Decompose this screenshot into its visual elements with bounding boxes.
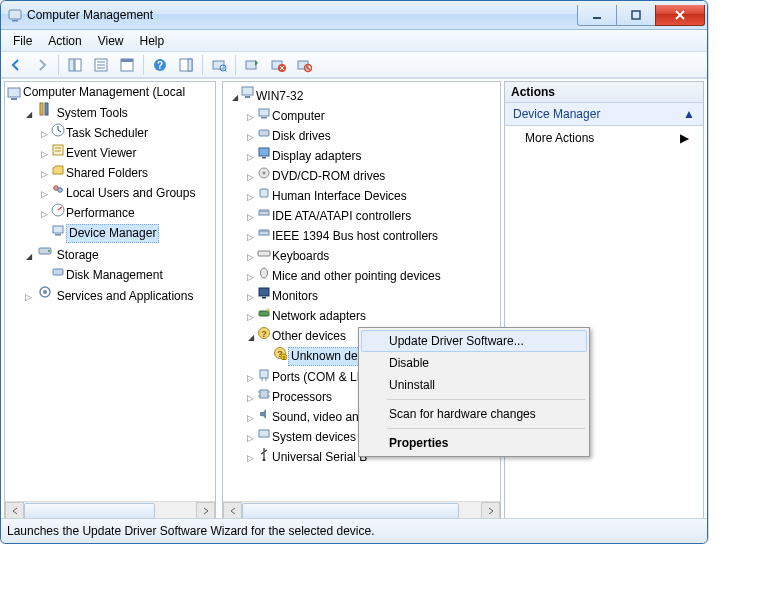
expander-icon[interactable] bbox=[245, 252, 256, 263]
scroll-right-button[interactable] bbox=[481, 502, 500, 519]
tree-item[interactable]: Task Scheduler bbox=[66, 125, 151, 142]
context-menu-item[interactable]: Scan for hardware changes bbox=[361, 403, 587, 425]
expander-icon[interactable] bbox=[245, 433, 256, 444]
expander-icon[interactable] bbox=[23, 292, 34, 303]
menu-file[interactable]: File bbox=[5, 32, 40, 50]
expander-icon[interactable] bbox=[39, 149, 50, 160]
collapse-icon[interactable]: ▲ bbox=[683, 107, 695, 121]
actions-group[interactable]: Device Manager ▲ bbox=[505, 103, 703, 126]
expander-icon[interactable] bbox=[245, 373, 256, 384]
menu-action[interactable]: Action bbox=[40, 32, 89, 50]
submenu-arrow-icon: ▶ bbox=[680, 131, 689, 145]
uninstall-button[interactable] bbox=[266, 53, 290, 77]
svg-rect-57 bbox=[260, 189, 268, 197]
svg-text:?: ? bbox=[261, 329, 267, 339]
back-button[interactable] bbox=[4, 53, 28, 77]
menu-view[interactable]: View bbox=[90, 32, 132, 50]
device-item[interactable]: Processors bbox=[272, 389, 335, 406]
context-menu-item[interactable]: Disable bbox=[361, 352, 587, 374]
show-hide-action-pane-button[interactable] bbox=[174, 53, 198, 77]
scroll-left-button[interactable] bbox=[223, 502, 242, 519]
expander-icon[interactable] bbox=[245, 232, 256, 243]
device-item[interactable]: Universal Serial B bbox=[272, 449, 370, 466]
expander-icon[interactable] bbox=[245, 272, 256, 283]
actions-item-more[interactable]: More Actions ▶ bbox=[505, 126, 703, 150]
h-scrollbar[interactable] bbox=[5, 501, 215, 519]
show-hide-tree-button[interactable] bbox=[63, 53, 87, 77]
expander-icon[interactable] bbox=[245, 413, 256, 424]
device-item[interactable]: Disk drives bbox=[272, 128, 334, 145]
device-item[interactable]: Other devices bbox=[272, 328, 349, 345]
scan-hardware-button[interactable] bbox=[207, 53, 231, 77]
device-item[interactable]: Ports (COM & LP bbox=[272, 369, 368, 386]
device-item[interactable]: Sound, video and bbox=[272, 409, 368, 426]
tree-item-storage[interactable]: Storage bbox=[57, 247, 102, 264]
help-button[interactable]: ? bbox=[148, 53, 172, 77]
device-item[interactable]: Network adapters bbox=[272, 308, 369, 325]
device-item[interactable]: IDE ATA/ATAPI controllers bbox=[272, 208, 414, 225]
tree-item[interactable]: Performance bbox=[66, 205, 138, 222]
device-item[interactable]: Mice and other pointing devices bbox=[272, 268, 444, 285]
console-tree[interactable]: Computer Management (Local System Tools … bbox=[5, 82, 215, 305]
minimize-button[interactable] bbox=[577, 5, 617, 26]
properties-button[interactable] bbox=[89, 53, 113, 77]
device-item[interactable]: IEEE 1394 Bus host controllers bbox=[272, 228, 441, 245]
device-item[interactable]: System devices bbox=[272, 429, 359, 446]
expander-icon[interactable] bbox=[39, 209, 50, 220]
expander-icon[interactable] bbox=[245, 192, 256, 203]
expander-icon[interactable] bbox=[23, 109, 34, 120]
scroll-left-button[interactable] bbox=[5, 502, 24, 519]
device-item[interactable]: Human Interface Devices bbox=[272, 188, 410, 205]
device-manager-icon bbox=[50, 222, 66, 238]
expander-icon[interactable] bbox=[245, 453, 256, 464]
expander-icon[interactable] bbox=[245, 152, 256, 163]
context-menu-item[interactable]: Update Driver Software... bbox=[361, 330, 587, 352]
scroll-track[interactable] bbox=[242, 503, 481, 518]
svg-rect-4 bbox=[69, 59, 74, 71]
system-tools-icon bbox=[37, 101, 53, 117]
expander-icon[interactable] bbox=[245, 112, 256, 123]
device-root[interactable]: WIN7-32 bbox=[256, 88, 306, 105]
device-item[interactable]: Monitors bbox=[272, 288, 321, 305]
tree-root[interactable]: Computer Management (Local bbox=[23, 84, 188, 101]
disable-button[interactable] bbox=[292, 53, 316, 77]
tree-item-device-manager[interactable]: Device Manager bbox=[66, 224, 159, 243]
tree-item[interactable]: Local Users and Groups bbox=[66, 185, 198, 202]
expander-icon[interactable] bbox=[229, 92, 240, 103]
expander-icon[interactable] bbox=[245, 212, 256, 223]
scroll-track[interactable] bbox=[24, 503, 196, 518]
scroll-right-button[interactable] bbox=[196, 502, 215, 519]
tree-item-system-tools[interactable]: System Tools bbox=[57, 105, 131, 122]
expander-icon[interactable] bbox=[245, 132, 256, 143]
device-item[interactable]: Computer bbox=[272, 108, 328, 125]
h-scrollbar[interactable] bbox=[223, 501, 500, 519]
update-driver-button[interactable] bbox=[240, 53, 264, 77]
expander-icon[interactable] bbox=[245, 172, 256, 183]
expander-icon[interactable] bbox=[39, 129, 50, 140]
expander-icon[interactable] bbox=[245, 292, 256, 303]
forward-button[interactable] bbox=[30, 53, 54, 77]
device-item[interactable]: Keyboards bbox=[272, 248, 332, 265]
ide-icon bbox=[256, 225, 272, 241]
expander-icon bbox=[261, 349, 272, 360]
close-button[interactable] bbox=[655, 5, 705, 26]
tree-item[interactable]: Shared Folders bbox=[66, 165, 151, 182]
device-item[interactable]: DVD/CD-ROM drives bbox=[272, 168, 388, 185]
device-item[interactable]: Display adapters bbox=[272, 148, 364, 165]
tree-item-services[interactable]: Services and Applications bbox=[57, 288, 197, 305]
expander-icon[interactable] bbox=[245, 312, 256, 323]
context-menu-item[interactable]: Uninstall bbox=[361, 374, 587, 396]
tree-item[interactable]: Disk Management bbox=[66, 267, 166, 284]
expander-icon[interactable] bbox=[23, 251, 34, 262]
menu-help[interactable]: Help bbox=[132, 32, 173, 50]
expander-icon[interactable] bbox=[39, 189, 50, 200]
expander-icon[interactable] bbox=[245, 393, 256, 404]
context-menu-item[interactable]: Properties bbox=[361, 432, 587, 454]
expander-icon[interactable] bbox=[245, 332, 256, 343]
expander-icon[interactable] bbox=[39, 169, 50, 180]
export-list-button[interactable] bbox=[115, 53, 139, 77]
maximize-button[interactable] bbox=[617, 5, 655, 26]
titlebar: Computer Management bbox=[1, 1, 707, 30]
tree-item[interactable]: Event Viewer bbox=[66, 145, 139, 162]
toolbar-separator bbox=[235, 55, 236, 75]
